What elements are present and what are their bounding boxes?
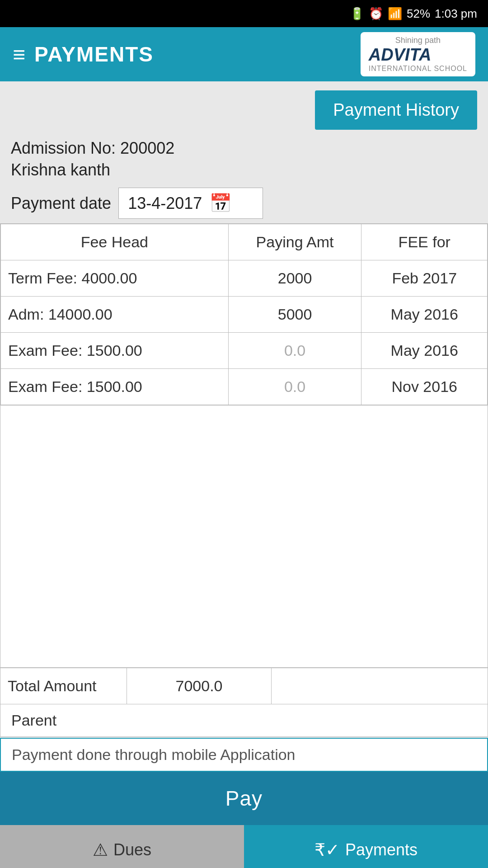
clock-icon: ⏰ [369, 7, 383, 21]
total-row-container: Total Amount 7000.0 [0, 668, 488, 704]
fee-head-cell: Exam Fee: 1500.00 [1, 369, 229, 405]
table-row: Term Fee: 4000.002000Feb 2017 [1, 260, 488, 297]
fee-for-cell: May 2016 [361, 297, 488, 333]
status-bar: 🔋 ⏰ 📶 52% 1:03 pm [0, 0, 488, 27]
notes-row[interactable]: Payment done through mobile Application [0, 738, 488, 772]
payment-history-button[interactable]: Payment History [315, 90, 477, 130]
paying-amt-cell[interactable]: 0.0 [228, 333, 361, 369]
time-display: 1:03 pm [435, 7, 477, 21]
logo-brand: ADVITA [369, 45, 467, 65]
payment-date-value: 13-4-2017 [128, 194, 202, 213]
calendar-icon[interactable]: 📅 [209, 193, 232, 214]
logo-area: Shining path ADVITA INTERNATIONAL SCHOOL [361, 32, 475, 76]
total-row: Total Amount 7000.0 [0, 668, 488, 704]
fee-head-cell: Term Fee: 4000.00 [1, 260, 229, 297]
table-row: Exam Fee: 1500.000.0May 2016 [1, 333, 488, 369]
fee-head-cell: Exam Fee: 1500.00 [1, 333, 229, 369]
table-header-row: Fee Head Paying Amt FEE for [1, 224, 488, 260]
menu-icon[interactable]: ≡ [13, 42, 25, 67]
paying-amt-cell[interactable]: 5000 [228, 297, 361, 333]
table-empty-area [0, 406, 488, 668]
nav-dues[interactable]: ⚠ Dues [0, 825, 244, 868]
wifi-icon: 📶 [388, 7, 402, 21]
app-title: PAYMENTS [34, 42, 361, 66]
paying-amt-cell[interactable]: 2000 [228, 260, 361, 297]
logo: Shining path ADVITA INTERNATIONAL SCHOOL [369, 36, 467, 73]
table-row: Adm: 14000.005000May 2016 [1, 297, 488, 333]
col-paying-amt: Paying Amt [228, 224, 361, 260]
payment-date-row: Payment date 13-4-2017 📅 [0, 185, 488, 223]
payment-history-row: Payment History [0, 81, 488, 134]
battery-icon: 🔋 [350, 7, 364, 21]
nav-payments-label: Payments [345, 840, 418, 859]
student-name: Krishna kanth [11, 160, 477, 179]
payments-icon: ₹✓ [314, 840, 340, 860]
status-icons: 🔋 ⏰ 📶 52% 1:03 pm [350, 7, 477, 21]
total-amount-value: 7000.0 [127, 668, 272, 704]
pay-button[interactable]: Pay [0, 772, 488, 825]
parent-row: Parent [0, 704, 488, 737]
col-fee-for: FEE for [361, 224, 488, 260]
paying-amt-cell[interactable]: 0.0 [228, 369, 361, 405]
app-header: ≡ PAYMENTS Shining path ADVITA INTERNATI… [0, 27, 488, 81]
battery-percent: 52% [407, 7, 430, 21]
main-content: Payment History Admission No: 200002 Kri… [0, 81, 488, 825]
logo-tagline: INTERNATIONAL SCHOOL [369, 65, 467, 73]
total-amount-label: Total Amount [0, 668, 127, 704]
student-info: Admission No: 200002 Krishna kanth [0, 134, 488, 185]
payment-date-label: Payment date [11, 194, 111, 213]
logo-subtext: Shining path [369, 36, 467, 45]
nav-dues-label: Dues [113, 840, 151, 859]
col-fee-head: Fee Head [1, 224, 229, 260]
total-empty [272, 668, 488, 704]
table-row: Exam Fee: 1500.000.0Nov 2016 [1, 369, 488, 405]
nav-payments[interactable]: ₹✓ Payments [244, 825, 488, 868]
pay-btn-row: Pay [0, 772, 488, 825]
logo-brand-text: ADVITA [369, 45, 432, 64]
fee-for-cell: Nov 2016 [361, 369, 488, 405]
admission-number: Admission No: 200002 [11, 139, 477, 158]
bottom-nav: ⚠ Dues ₹✓ Payments [0, 825, 488, 868]
fee-head-cell: Adm: 14000.00 [1, 297, 229, 333]
fee-table: Fee Head Paying Amt FEE for Term Fee: 40… [0, 224, 488, 405]
fee-for-cell: Feb 2017 [361, 260, 488, 297]
fee-for-cell: May 2016 [361, 333, 488, 369]
dues-icon: ⚠ [93, 840, 108, 860]
fee-table-container: Fee Head Paying Amt FEE for Term Fee: 40… [0, 223, 488, 406]
payment-date-field[interactable]: 13-4-2017 📅 [118, 188, 263, 219]
